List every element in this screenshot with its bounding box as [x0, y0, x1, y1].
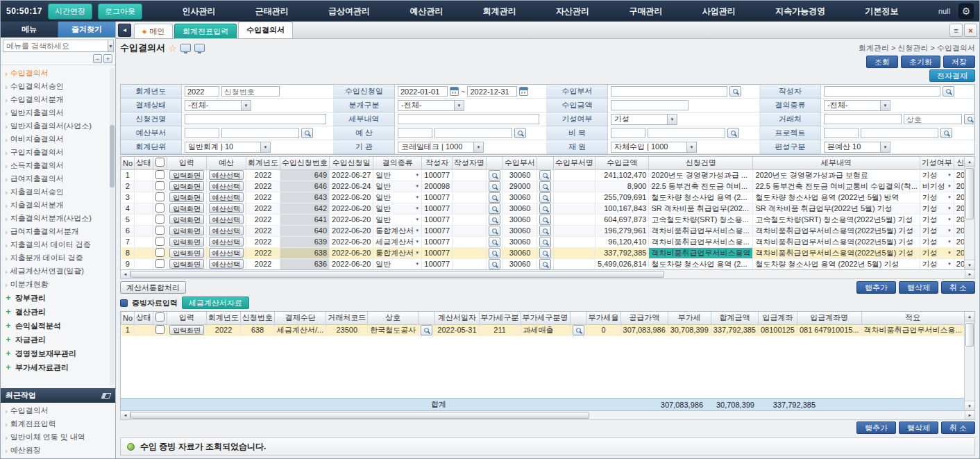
- search-button[interactable]: [539, 226, 551, 236]
- fund-select[interactable]: 자체수입 | 1000 ▼: [611, 142, 697, 153]
- topbar-menu-item[interactable]: 구매관리: [623, 6, 668, 17]
- sidebar-item[interactable]: ›일반지출결의서: [5, 106, 115, 119]
- sidebar-item[interactable]: ›지출결의서 데이터 검증: [5, 238, 115, 251]
- search-button[interactable]: [489, 226, 500, 236]
- logout-button[interactable]: 로그아웃: [98, 3, 142, 19]
- cancel-button[interactable]: 취 소: [941, 281, 975, 294]
- recent-item[interactable]: ›예산원장: [5, 444, 115, 457]
- income-row[interactable]: 1입력화면예산선택20226492022-06-27일반▼10007730060…: [121, 169, 976, 181]
- budget-select-button[interactable]: 예산선택: [209, 192, 244, 202]
- sidebar-item[interactable]: ›지출결의서승인: [5, 185, 115, 199]
- complete-select[interactable]: 기성 ▼: [611, 114, 677, 125]
- monitor-icon[interactable]: [180, 44, 191, 52]
- row-checkbox[interactable]: [155, 170, 164, 179]
- sidebar-item[interactable]: ›수입결의서분개: [5, 93, 115, 106]
- search-button[interactable]: [539, 237, 551, 247]
- scroll-right-icon[interactable]: ►: [965, 270, 974, 278]
- budget-dept-name-input[interactable]: [221, 128, 299, 138]
- date-from-input[interactable]: [398, 86, 448, 97]
- tab-scroll-left-button[interactable]: ◄: [118, 24, 131, 37]
- sidebar-item[interactable]: ›세금계산서연결(일괄): [5, 265, 115, 278]
- sidebar-tab-menu[interactable]: 메뉴: [1, 22, 58, 37]
- input-screen-button[interactable]: 입력화면: [169, 237, 204, 247]
- income-row[interactable]: 4입력화면예산선택20226422022-06-20일반▼10007730060…: [121, 203, 976, 214]
- topbar-menu-item[interactable]: 급상여관리: [323, 6, 375, 17]
- writer-search-button[interactable]: [943, 86, 954, 97]
- reset-button[interactable]: 초기화: [901, 56, 940, 68]
- tab-income-resolution[interactable]: 수입결의서: [238, 22, 293, 38]
- delete-row-button[interactable]: 행삭제: [899, 281, 938, 294]
- calendar-icon[interactable]: [519, 87, 528, 96]
- sidebar-item[interactable]: ›구입지출결의서: [5, 146, 115, 159]
- sidebar-item[interactable]: ›급여지출결의서: [5, 172, 115, 185]
- budget-select-button[interactable]: 예산선택: [209, 181, 244, 191]
- search-button[interactable]: [489, 170, 500, 181]
- sidebar-item[interactable]: ›지출결의서분개: [5, 199, 115, 212]
- row-checkbox[interactable]: [155, 203, 164, 212]
- input-screen-button[interactable]: 입력화면: [169, 192, 204, 202]
- detail-input[interactable]: [398, 114, 539, 124]
- sidebar-item[interactable]: ›일반지출결의서(사업소): [5, 119, 115, 133]
- input-screen-button[interactable]: 입력화면: [169, 325, 204, 335]
- input-screen-button[interactable]: 입력화면: [169, 203, 204, 213]
- input-screen-button[interactable]: 입력화면: [169, 248, 204, 258]
- scroll-left-icon[interactable]: ◄: [121, 270, 130, 278]
- income-dept-search-button[interactable]: [729, 86, 741, 97]
- menu-search-dropdown-button[interactable]: ▼: [108, 40, 114, 52]
- row-checkbox[interactable]: [155, 192, 164, 201]
- complete-combo[interactable]: 비기성▼: [922, 181, 952, 192]
- project-code-input[interactable]: [824, 128, 859, 138]
- income-row[interactable]: 2입력화면예산선택20226462022-06-24일반▼20009829000…: [121, 181, 976, 192]
- income-row[interactable]: 6입력화면예산선택20226402022-06-20통합계산서▼10007730…: [121, 225, 976, 236]
- vendor-code-input[interactable]: [824, 114, 902, 124]
- search-button[interactable]: [489, 192, 500, 203]
- fiscal-year-input[interactable]: [185, 86, 219, 97]
- search-button[interactable]: [573, 325, 584, 335]
- topbar-menu-item[interactable]: 근태관리: [250, 6, 294, 17]
- income-grid-vscrollbar[interactable]: ▲ ▼: [964, 157, 974, 269]
- expand-all-button[interactable]: +: [103, 54, 112, 63]
- add-row-button[interactable]: 행추가: [856, 281, 896, 294]
- sidebar-group[interactable]: +부가세자료관리: [5, 360, 115, 374]
- search-button[interactable]: [489, 203, 500, 214]
- sidebar-group[interactable]: +자금관리: [5, 333, 115, 347]
- sidebar-item[interactable]: ›지출결의서분개(사업소): [5, 212, 115, 225]
- menu-search-input[interactable]: [3, 40, 108, 52]
- row-checkbox[interactable]: [155, 181, 164, 190]
- pay-status-select[interactable]: -전체- ▼: [185, 100, 251, 111]
- writer-input[interactable]: [824, 86, 940, 97]
- vendor-search-button[interactable]: [964, 114, 974, 124]
- scroll-left-icon[interactable]: ◄: [121, 411, 130, 419]
- decision-type-combo[interactable]: 통합계산서▼: [375, 226, 419, 236]
- complete-combo[interactable]: 기성▼: [922, 226, 952, 236]
- budget-dept-search-button[interactable]: [301, 128, 313, 138]
- income-row[interactable]: 5입력화면예산선택20226412022-06-20일반▼10007730060…: [121, 214, 976, 225]
- sidebar-group[interactable]: +결산관리: [5, 305, 115, 319]
- decision-type-combo[interactable]: 일반▼: [375, 192, 419, 203]
- row-checkbox[interactable]: [155, 325, 164, 334]
- select-all-checkbox[interactable]: [155, 312, 164, 322]
- decision-type-combo[interactable]: 일반▼: [375, 203, 419, 214]
- scroll-down-icon[interactable]: ▼: [965, 401, 974, 410]
- sidebar-item[interactable]: ›미분개현황: [5, 278, 115, 291]
- complete-combo[interactable]: 기성▼: [922, 170, 952, 181]
- income-row[interactable]: 3입력화면예산선택20226432022-06-20일반▼10007730060…: [121, 192, 976, 203]
- calendar-icon[interactable]: [450, 87, 459, 96]
- sidebar-item[interactable]: ›여비지출결의서: [5, 133, 115, 146]
- tab-voucher-entry[interactable]: 회계전표입력: [174, 24, 237, 38]
- cancel-button-bottom[interactable]: 취 소: [941, 422, 975, 434]
- complete-combo[interactable]: 기성▼: [922, 192, 952, 203]
- search-button[interactable]: [489, 181, 500, 192]
- date-to-input[interactable]: [467, 86, 517, 97]
- tab-list-button[interactable]: ≡: [949, 24, 963, 37]
- search-button[interactable]: [489, 259, 500, 269]
- decision-type-combo[interactable]: 일반▼: [375, 259, 419, 269]
- search-button[interactable]: [489, 248, 500, 258]
- search-button[interactable]: [539, 170, 551, 181]
- budget-select-button[interactable]: 예산선택: [209, 203, 244, 213]
- complete-combo[interactable]: 기성▼: [922, 259, 952, 269]
- budget-select-button[interactable]: 예산선택: [209, 215, 244, 224]
- row-checkbox[interactable]: [155, 259, 164, 268]
- decision-type-combo[interactable]: 일반▼: [375, 215, 419, 225]
- complete-combo[interactable]: 기성▼: [922, 215, 952, 225]
